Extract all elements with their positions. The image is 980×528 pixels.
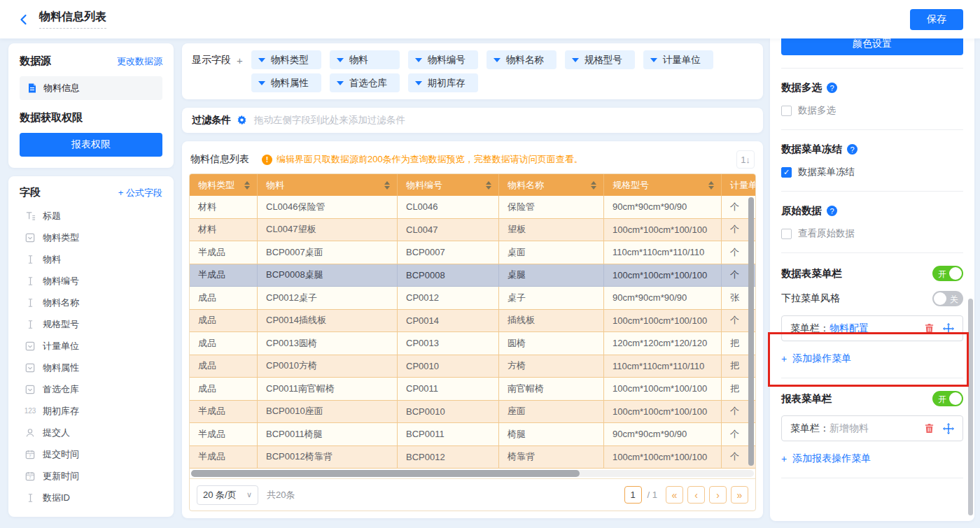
multi-select-checkbox-row[interactable]: 数据多选 (781, 104, 963, 117)
field-item[interactable]: 物料编号 (20, 270, 162, 292)
report-permission-button[interactable]: 报表权限 (20, 133, 162, 157)
sort-icons[interactable] (244, 181, 250, 190)
table-row[interactable]: 半成品BCP0012椅靠背BCP0012椅靠背100cm*100cm*100/1… (190, 446, 756, 469)
current-page-box[interactable]: 1 (624, 486, 642, 504)
table-row[interactable]: 成品CP0014插线板CP0014插线板100cm*100cm*100/100个 (190, 310, 756, 333)
table-row[interactable]: 半成品BCP0007桌面BCP0007桌面110cm*110cm*110/110… (190, 241, 756, 264)
add-action-menu-link[interactable]: + 添加操作菜单 (781, 352, 963, 365)
move-icon[interactable] (943, 323, 954, 334)
horizontal-scrollbar-track[interactable] (191, 470, 754, 477)
field-item-label: 期初库存 (43, 405, 79, 418)
help-icon[interactable]: ? (827, 206, 837, 216)
add-display-field-button[interactable]: + (237, 55, 243, 66)
display-field-chip[interactable]: 期初库存 (408, 73, 478, 92)
raw-data-checkbox-row[interactable]: 查看原始数据 (781, 227, 963, 240)
table-row[interactable]: 材料CL0046保险管CL0046保险管90cm*90cm*90/90个 (190, 196, 756, 219)
raw-data-checkbox-label: 查看原始数据 (798, 227, 855, 240)
color-settings-button[interactable]: 颜色设置 (781, 38, 963, 55)
field-item[interactable]: 规格型号 (20, 313, 162, 335)
field-item[interactable]: 计量单位 (20, 335, 162, 357)
field-item[interactable]: 123期初库存 (20, 400, 162, 422)
page-size-select[interactable]: 20 条/页 ∨ (197, 485, 258, 505)
menu-item-value[interactable]: 物料配置 (830, 322, 869, 335)
add-report-action-menu-link[interactable]: + 添加报表操作菜单 (781, 452, 963, 465)
filter-panel[interactable]: 过滤条件 拖动左侧字段到此处来添加过滤条件 (182, 108, 763, 133)
sort-icons[interactable] (384, 181, 390, 190)
field-item[interactable]: 7更新时间 (20, 465, 162, 487)
table-menu-item[interactable]: 菜单栏： 物料配置 (781, 315, 963, 341)
table-row[interactable]: 半成品BCP0011椅腿BCP0011椅腿90cm*90cm*90/90个 (190, 423, 756, 446)
column-header[interactable]: 物料 (258, 174, 398, 196)
next-page-button[interactable]: › (709, 486, 727, 504)
delete-icon[interactable] (923, 423, 934, 434)
menu-freeze-checkbox-row[interactable]: ✓ 数据菜单冻结 (781, 166, 963, 178)
field-item[interactable]: 物料属性 (20, 357, 162, 378)
field-item[interactable]: 物料类型 (20, 227, 162, 248)
checkbox-unchecked[interactable] (781, 229, 792, 239)
table-menu-toggle[interactable]: 开 (932, 266, 963, 281)
field-item[interactable]: 首选仓库 (20, 378, 162, 400)
field-item[interactable]: 提交人 (20, 422, 162, 443)
gear-icon[interactable] (237, 115, 247, 126)
datasource-item[interactable]: 物料信息 (20, 76, 162, 100)
save-button[interactable]: 保存 (910, 9, 963, 30)
display-field-chip[interactable]: 物料属性 (251, 73, 321, 92)
sort-tool-button[interactable]: 1↓ (736, 150, 755, 169)
toggle-off-label: 关 (950, 294, 958, 306)
display-field-chip[interactable]: 首选仓库 (330, 73, 400, 92)
checkbox-checked[interactable]: ✓ (781, 167, 792, 178)
table-row[interactable]: 材料CL0047望板CL0047望板100cm*100cm*100/100个 (190, 219, 756, 242)
menu-item-value[interactable]: 新增物料 (830, 422, 869, 435)
table-cell: 110cm*110cm*110/110 (604, 241, 722, 264)
display-field-chip[interactable]: 物料编号 (408, 50, 478, 69)
move-icon[interactable] (943, 423, 954, 434)
report-menu-item[interactable]: 菜单栏： 新增物料 (781, 415, 963, 441)
display-field-chip[interactable]: 计量单位 (643, 50, 713, 69)
table-row[interactable]: 成品CP0011南官帽椅CP0011南官帽椅100cm*100cm*100/10… (190, 378, 756, 401)
back-button[interactable] (17, 13, 31, 27)
help-icon[interactable]: ? (827, 83, 837, 93)
delete-icon[interactable] (923, 323, 934, 334)
table-row[interactable]: 半成品BCP0010座面BCP0010座面100cm*100cm*100/100… (190, 401, 756, 424)
table-cell: 成品 (190, 332, 258, 355)
field-item[interactable]: 标题 (20, 205, 162, 227)
display-field-chip[interactable]: 规格型号 (565, 50, 635, 69)
table-cell: 半成品 (190, 423, 258, 446)
column-header[interactable]: 物料编号 (398, 174, 499, 196)
sort-icons[interactable] (486, 181, 491, 190)
change-datasource-link[interactable]: 更改数据源 (117, 55, 162, 68)
horizontal-scrollbar-thumb[interactable] (191, 470, 580, 477)
field-item[interactable]: 物料名称 (20, 292, 162, 313)
display-field-chip[interactable]: 物料 (330, 50, 400, 69)
toggle-on-label: 开 (938, 394, 946, 406)
table-menu-title: 数据表菜单栏 (781, 267, 842, 280)
field-item-label: 首选仓库 (43, 383, 79, 396)
column-header[interactable]: 计量单位 (722, 174, 756, 196)
field-item[interactable]: 7提交时间 (20, 443, 162, 465)
column-header[interactable]: 物料类型 (190, 174, 258, 196)
display-field-chip[interactable]: 物料名称 (486, 50, 556, 69)
vertical-scrollbar[interactable] (748, 197, 754, 466)
column-header[interactable]: 物料名称 (499, 174, 604, 196)
sort-icons[interactable] (591, 181, 596, 190)
settings-scrollbar[interactable] (968, 299, 973, 515)
last-page-button[interactable]: » (731, 486, 748, 504)
field-item[interactable]: 数据ID (20, 487, 162, 508)
table-row[interactable]: 成品CP0013圆椅CP0013圆椅120cm*120cm*120/120把 (190, 332, 756, 355)
prev-page-button[interactable]: ‹ (687, 486, 705, 504)
first-page-button[interactable]: « (666, 486, 683, 504)
sort-icons[interactable] (708, 181, 714, 190)
column-header[interactable]: 规格型号 (604, 174, 722, 196)
help-icon[interactable]: ? (847, 144, 858, 155)
chip-label: 期初库存 (428, 77, 465, 90)
checkbox-unchecked[interactable] (781, 106, 792, 116)
display-field-chip[interactable]: 物料类型 (251, 50, 321, 69)
table-row[interactable]: 成品CP0010方椅CP0010方椅110cm*110cm*110/110把 (190, 355, 756, 378)
table-row[interactable]: 成品CP0012桌子CP0012桌子90cm*90cm*90/90张 (190, 287, 756, 310)
formula-field-link[interactable]: + 公式字段 (118, 187, 162, 199)
dropdown-style-toggle[interactable]: 关 (932, 291, 963, 306)
table-row[interactable]: 半成品BCP0008桌腿BCP0008桌腿100cm*100cm*100/100… (190, 264, 756, 287)
field-item[interactable]: 物料 (20, 248, 162, 270)
table-cell: CL0047 (398, 219, 499, 242)
report-menu-toggle[interactable]: 开 (932, 391, 963, 406)
